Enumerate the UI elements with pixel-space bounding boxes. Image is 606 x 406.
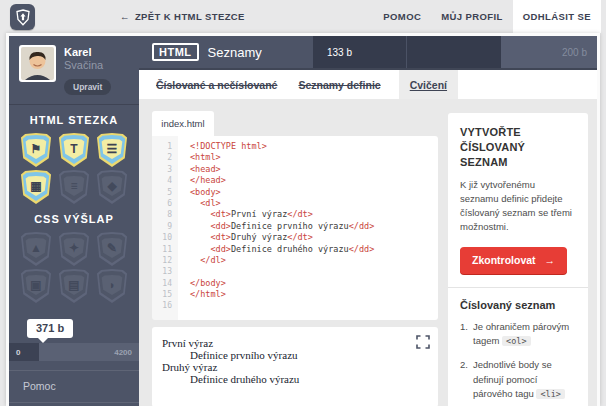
progress-current: 133 b xyxy=(327,47,352,58)
lesson-progressbar: 133 b 200 b xyxy=(313,36,597,68)
badge-bird[interactable]: ⚑ xyxy=(20,133,52,167)
badge-pencil[interactable]: ✎ xyxy=(96,232,128,266)
avatar xyxy=(19,45,56,82)
code-editor[interactable]: 1<!DOCTYPE html>2<html>3<head>4</head>5<… xyxy=(152,136,438,320)
code-line[interactable]: 13 xyxy=(152,266,438,277)
line-code: <dt>Druhý výraz</dt> xyxy=(178,232,313,243)
badge-mountain[interactable]: ▲ xyxy=(20,232,52,266)
editor-file-tab[interactable]: index.html xyxy=(152,111,214,136)
preview-term: První výraz xyxy=(162,337,428,349)
line-code: <html> xyxy=(178,152,221,163)
line-code: <dl> xyxy=(178,198,221,209)
badge-list[interactable]: ☰ xyxy=(96,133,128,167)
code-line[interactable]: 2<html> xyxy=(152,152,438,163)
progress-total: 200 b xyxy=(562,47,587,58)
topbar-logout[interactable]: ODHLÁSIT SE xyxy=(513,0,601,33)
badge-table[interactable]: ▦ xyxy=(20,170,52,204)
badge-box[interactable]: ▣ xyxy=(20,269,52,303)
shield-logo-icon xyxy=(16,9,30,26)
line-code: </html> xyxy=(178,289,226,300)
preview-definition: Definice prvního výrazu xyxy=(190,349,428,361)
back-label: ZPĚT K HTML STEZCE xyxy=(135,11,245,22)
line-number: 10 xyxy=(152,232,178,243)
arrow-right-icon: → xyxy=(545,254,556,266)
badge-lines[interactable]: ≡ xyxy=(58,170,90,204)
line-number: 9 xyxy=(152,221,178,232)
points-min: 0 xyxy=(16,348,20,357)
code-line[interactable]: 10 <dt>Druhý výraz</dt> xyxy=(152,232,438,243)
topbar-profile[interactable]: MŮJ PROFIL xyxy=(431,0,513,33)
line-number: 16 xyxy=(152,300,178,311)
line-number: 2 xyxy=(152,152,178,163)
topbar-help[interactable]: POMOC xyxy=(373,0,431,33)
task-description: K již vytvořenému seznamu definic přidej… xyxy=(460,178,576,235)
tab-seznamy-definic[interactable]: Seznamy definic xyxy=(295,70,383,99)
edit-profile-button[interactable]: Upravit xyxy=(64,79,111,95)
hint-number: 1. xyxy=(460,320,473,349)
line-code: <dt>První výraz</dt> xyxy=(178,209,313,220)
code-line[interactable]: 8 <dt>První výraz</dt> xyxy=(152,209,438,220)
back-link[interactable]: ← ZPĚT K HTML STEZCE xyxy=(120,0,245,33)
code-line[interactable]: 11 <dd>Definice druhého výrazu</dd> xyxy=(152,244,438,255)
code-line[interactable]: 14</body> xyxy=(152,278,438,289)
user-info: Karel Svačina Upravit xyxy=(64,45,111,95)
topbar: ← ZPĚT K HTML STEZCE POMOC MŮJ PROFIL OD… xyxy=(0,0,606,33)
line-code: <head> xyxy=(178,164,221,175)
badge-text[interactable]: T xyxy=(58,133,90,167)
app-frame: Karel Svačina Upravit HTML STEZKA ⚑T☰▦≡◆… xyxy=(6,33,600,406)
tab-cislovane-a-necislovane[interactable]: Číslované a nečíslované xyxy=(153,70,280,99)
badge-cursor[interactable]: ✦ xyxy=(58,232,90,266)
code-line[interactable]: 5<body> xyxy=(152,187,438,198)
css-track-section: CSS VÝŠLAP ▲✦✎▣▤◗ xyxy=(9,204,139,303)
line-number: 12 xyxy=(152,255,178,266)
check-button[interactable]: Zkontrolovat → xyxy=(460,247,567,274)
check-button-label: Zkontrolovat xyxy=(472,254,536,266)
line-number: 13 xyxy=(152,266,178,277)
hint-number: 2. xyxy=(460,358,473,402)
fullscreen-icon[interactable] xyxy=(416,335,430,349)
pencil-icon: ✎ xyxy=(107,242,117,254)
code-line[interactable]: 6 <dl> xyxy=(152,198,438,209)
hint-text: Je ohraničem párovým tagem <ol> xyxy=(473,320,576,349)
tab-cviceni[interactable]: Cvičení xyxy=(399,70,458,99)
line-code: </body> xyxy=(178,278,226,289)
sidebar-item-help[interactable]: Pomoc xyxy=(9,370,139,402)
task-panel: VYTVOŘTE ČÍSLOVANÝ SEZNAM K již vytvořen… xyxy=(448,113,588,406)
code-chip-li: <li> xyxy=(536,389,564,399)
hint-item: 1. Je ohraničem párovým tagem <ol> xyxy=(460,320,576,349)
lesson-tabs: Číslované a nečíslované Seznamy definic … xyxy=(139,70,597,99)
preview-definition: Definice druhého výrazu xyxy=(190,373,428,385)
sidebar-menu: Pomoc Odhlásit xyxy=(9,370,139,406)
code-line[interactable]: 12 </dl> xyxy=(152,255,438,266)
line-code xyxy=(178,300,190,311)
badge-wave[interactable]: ◗ xyxy=(96,269,128,303)
code-line[interactable]: 1<!DOCTYPE html> xyxy=(152,141,438,152)
image-icon: ▤ xyxy=(68,279,79,291)
code-line[interactable]: 15</html> xyxy=(152,289,438,300)
line-code: <body> xyxy=(178,187,221,198)
css-track-title: CSS VÝŠLAP xyxy=(9,213,139,225)
points-slider[interactable]: 0 4200 xyxy=(9,343,139,361)
badge-image[interactable]: ▤ xyxy=(58,269,90,303)
points-max: 4200 xyxy=(114,348,132,357)
user-card: Karel Svačina Upravit xyxy=(9,36,139,105)
code-chip-ol: <ol> xyxy=(502,336,530,346)
badge-shape[interactable]: ◆ xyxy=(96,170,128,204)
bird-icon: ⚑ xyxy=(31,143,42,155)
html-badges: ⚑T☰▦≡◆ xyxy=(9,133,139,204)
task-title: VYTVOŘTE ČÍSLOVANÝ SEZNAM xyxy=(460,125,576,170)
hint-item: 2. Jednotlivé body se definují pomocí pá… xyxy=(460,358,576,402)
progress-filled-segment-2 xyxy=(406,36,501,68)
line-number: 14 xyxy=(152,278,178,289)
progress-remaining-segment: 200 b xyxy=(501,36,597,68)
lines-icon: ≡ xyxy=(70,180,77,192)
cursor-icon: ✦ xyxy=(69,242,79,254)
app-logo[interactable] xyxy=(10,4,35,30)
code-line[interactable]: 3<head> xyxy=(152,164,438,175)
sidebar-item-logout[interactable]: Odhlásit xyxy=(9,402,139,406)
code-line[interactable]: 4</head> xyxy=(152,175,438,186)
code-line[interactable]: 16 xyxy=(152,300,438,311)
progress-filled-segment-1: 133 b xyxy=(313,36,406,68)
code-line[interactable]: 9 <dd>Definice prvního výrazu</dd> xyxy=(152,221,438,232)
line-number: 3 xyxy=(152,164,178,175)
